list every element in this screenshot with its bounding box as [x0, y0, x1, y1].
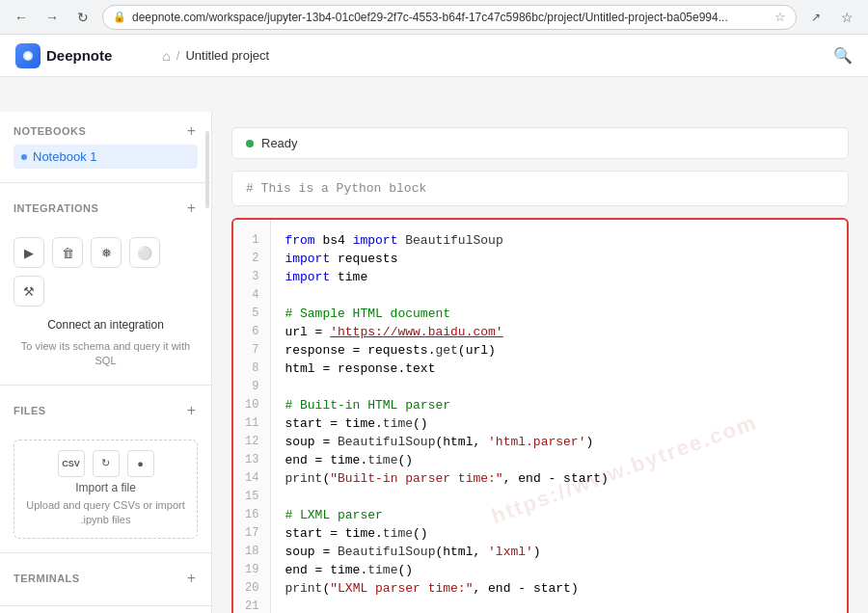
browser-bar: ← → ↻ 🔒 deepnote.com/workspace/jupyter-1… — [0, 0, 868, 35]
star-icon[interactable]: ☆ — [774, 10, 786, 24]
file-icon-csv[interactable]: CSV — [58, 450, 85, 477]
home-icon[interactable]: ⌂ — [162, 48, 170, 64]
ln-3: 3 — [248, 268, 262, 286]
divider-4 — [0, 605, 211, 606]
comment-text: # This is a Python block — [246, 181, 426, 196]
ln-4: 4 — [248, 286, 262, 305]
address-bar[interactable]: 🔒 deepnote.com/workspace/jupyter-13b4-01… — [102, 5, 797, 30]
code-cell-inner: 1 2 3 4 5 6 7 8 9 10 11 12 13 14 15 16 1 — [233, 220, 847, 613]
integration-play-button[interactable]: ▶ — [14, 237, 44, 268]
integrations-section: INTEGRATIONS + — [0, 189, 211, 229]
url-text: deepnote.com/workspace/jupyter-13b4-01c0… — [132, 11, 769, 24]
integration-settings-button[interactable]: ⚪ — [129, 237, 160, 268]
notebooks-section: NOTEBOOKS + Notebook 1 — [0, 112, 211, 176]
status-bar: Ready — [231, 127, 849, 159]
ln-11: 11 — [241, 414, 262, 433]
code-content[interactable]: from bs4 import BeautifulSoup import req… — [271, 220, 847, 613]
ln-7: 7 — [248, 341, 262, 360]
integrations-header: INTEGRATIONS + — [14, 200, 198, 216]
integrations-label: INTEGRATIONS — [14, 202, 98, 214]
add-notebook-button[interactable]: + — [185, 123, 198, 139]
connect-integration-sub: To view its schema and query it with SQL — [0, 339, 211, 379]
ln-18: 18 — [241, 543, 262, 561]
ln-17: 17 — [241, 524, 262, 543]
add-file-button[interactable]: + — [185, 403, 198, 418]
ln-8: 8 — [248, 360, 262, 378]
bookmark-button[interactable]: ☆ — [835, 6, 858, 29]
ln-9: 9 — [248, 378, 262, 396]
import-file-sub: Upload and query CSVs or import .ipynb f… — [24, 498, 187, 528]
logo-text: Deepnote — [46, 47, 112, 64]
main-content: Ready # This is a Python block https://w… — [212, 112, 868, 613]
project-name: Untitled project — [185, 48, 269, 63]
terminals-header: TERMINALS + — [14, 571, 198, 586]
integration-snowflake-button[interactable]: ❅ — [91, 237, 122, 268]
app-header: Deepnote ⌂ / Untitled project 🔍 — [0, 35, 868, 77]
ln-12: 12 — [241, 433, 262, 451]
app-logo: Deepnote — [15, 43, 112, 68]
file-icon-github[interactable]: ● — [127, 450, 154, 477]
ln-2: 2 — [248, 250, 262, 268]
status-text: Ready — [261, 136, 298, 150]
notebooks-header: NOTEBOOKS + — [14, 123, 198, 139]
status-dot — [246, 140, 254, 147]
file-import-icons: CSV ↻ ● — [58, 450, 154, 477]
logo-icon — [15, 43, 41, 68]
notebook-dot — [21, 154, 27, 160]
add-terminal-button[interactable]: + — [185, 571, 198, 586]
integration-icons: ▶ 🗑 ❅ ⚪ ⚒ — [0, 229, 211, 314]
files-section: FILES + — [0, 391, 211, 432]
divider-2 — [0, 385, 211, 386]
ln-19: 19 — [241, 561, 262, 579]
sidebar: NOTEBOOKS + Notebook 1 INTEGRATIONS + ▶ … — [0, 112, 212, 613]
line-numbers: 1 2 3 4 5 6 7 8 9 10 11 12 13 14 15 16 1 — [233, 220, 271, 613]
svg-point-1 — [25, 53, 31, 59]
ln-15: 15 — [241, 488, 262, 506]
comment-block[interactable]: # This is a Python block — [231, 171, 849, 206]
connect-integration-label: Connect an integration — [0, 314, 211, 339]
file-import-area: CSV ↻ ● Import a file Upload and query C… — [14, 440, 198, 539]
scrollbar[interactable] — [205, 131, 209, 208]
ln-1: 1 — [248, 231, 262, 250]
reload-button[interactable]: ↻ — [71, 6, 95, 29]
breadcrumb: ⌂ / Untitled project — [162, 48, 269, 64]
notebook-item-label: Notebook 1 — [33, 149, 97, 164]
forward-button[interactable]: → — [41, 6, 64, 29]
add-integration-button[interactable]: + — [185, 200, 198, 216]
back-button[interactable]: ← — [10, 6, 33, 29]
integration-flag-button[interactable]: ⚒ — [14, 276, 44, 306]
ln-6: 6 — [248, 323, 262, 341]
files-label: FILES — [14, 405, 46, 416]
lock-icon: 🔒 — [113, 11, 126, 23]
share-button[interactable]: ↗ — [804, 6, 827, 29]
integration-db-button[interactable]: 🗑 — [52, 237, 83, 268]
file-icon-refresh[interactable]: ↻ — [93, 450, 120, 477]
divider-1 — [0, 182, 211, 183]
ln-16: 16 — [241, 506, 262, 524]
import-file-label: Import a file — [75, 481, 136, 494]
ln-13: 13 — [241, 451, 262, 469]
ln-14: 14 — [241, 469, 262, 488]
ln-20: 20 — [241, 579, 262, 598]
terminals-label: TERMINALS — [14, 573, 80, 584]
sidebar-item-notebook1[interactable]: Notebook 1 — [14, 145, 198, 169]
terminals-section: TERMINALS + — [0, 559, 211, 600]
notebooks-label: NOTEBOOKS — [14, 125, 86, 137]
breadcrumb-separator: / — [176, 48, 180, 63]
ln-5: 5 — [248, 305, 262, 323]
divider-3 — [0, 552, 211, 553]
ln-21: 21 — [241, 598, 262, 613]
ln-10: 10 — [241, 396, 262, 414]
code-cell[interactable]: https://www.bytree.com 1 2 3 4 5 6 7 8 9… — [231, 218, 849, 613]
files-header: FILES + — [14, 403, 198, 418]
search-icon[interactable]: 🔍 — [833, 46, 853, 65]
